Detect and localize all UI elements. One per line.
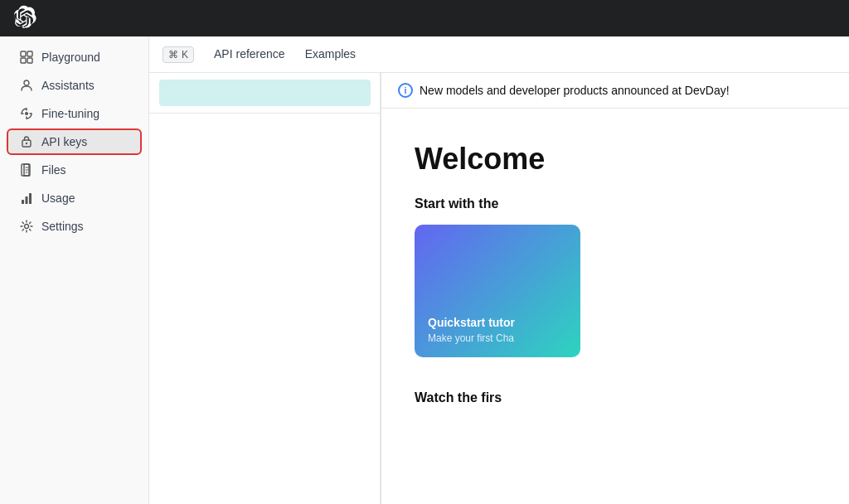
- sidebar-item-settings[interactable]: Settings: [7, 213, 142, 240]
- sidebar-item-label: Playground: [41, 51, 100, 64]
- openai-logo-icon: [13, 5, 36, 32]
- search-input-highlight[interactable]: [159, 80, 371, 106]
- files-icon: [20, 163, 33, 177]
- sidebar-item-label: Files: [41, 163, 66, 177]
- cmd-key: ⌘: [168, 49, 178, 61]
- search-bar-area: [149, 73, 381, 114]
- sidebar-item-label: Usage: [41, 191, 75, 205]
- svg-rect-10: [22, 200, 24, 204]
- announcement-banner: i New models and developer products anno…: [381, 73, 849, 109]
- svg-rect-12: [29, 193, 32, 204]
- k-key: K: [182, 49, 188, 61]
- svg-rect-1: [27, 51, 32, 56]
- sidebar-item-usage[interactable]: Usage: [7, 185, 142, 211]
- svg-point-5: [25, 112, 28, 115]
- svg-rect-11: [26, 196, 28, 204]
- svg-rect-0: [21, 51, 26, 56]
- watch-section: Watch the firs: [381, 374, 849, 405]
- keyboard-shortcut: ⌘ K: [163, 46, 194, 63]
- sidebar: Playground Assistants Fine-t: [0, 36, 149, 504]
- sidebar-item-api-keys[interactable]: API keys: [7, 128, 142, 155]
- start-subtitle: Start with the: [415, 196, 816, 211]
- svg-rect-3: [27, 58, 32, 63]
- welcome-title: Welcome: [415, 142, 816, 177]
- playground-icon: [20, 51, 33, 64]
- card-area: Quickstart tutor Make your first Cha: [415, 225, 816, 357]
- page-content: i New models and developer products anno…: [149, 73, 849, 504]
- svg-point-4: [24, 80, 29, 85]
- quickstart-card[interactable]: Quickstart tutor Make your first Cha: [415, 225, 580, 357]
- subnav-api-reference[interactable]: API reference: [214, 44, 285, 65]
- sub-nav: ⌘ K API reference Examples: [149, 36, 849, 73]
- card-desc: Make your first Cha: [428, 332, 567, 344]
- sidebar-item-label: Settings: [41, 220, 84, 233]
- main-layout: Playground Assistants Fine-t: [0, 36, 849, 504]
- content-area: ⌘ K API reference Examples i New models …: [149, 36, 849, 504]
- sidebar-item-label: API keys: [41, 135, 87, 148]
- watch-title: Watch the firs: [415, 390, 816, 405]
- sidebar-item-files[interactable]: Files: [7, 157, 142, 183]
- left-panel-divider: [380, 73, 381, 504]
- right-panel: i New models and developer products anno…: [381, 73, 849, 504]
- topbar: [0, 0, 849, 36]
- subnav-examples[interactable]: Examples: [305, 44, 356, 65]
- settings-icon: [20, 220, 33, 233]
- usage-icon: [20, 191, 33, 205]
- svg-rect-2: [21, 58, 26, 63]
- api-keys-icon: [20, 135, 33, 148]
- sidebar-item-playground[interactable]: Playground: [7, 44, 142, 70]
- banner-text: New models and developer products announ…: [420, 84, 730, 97]
- sidebar-item-fine-tuning[interactable]: Fine-tuning: [7, 100, 142, 127]
- svg-point-13: [25, 225, 29, 229]
- card-title: Quickstart tutor: [428, 316, 567, 329]
- assistants-icon: [20, 79, 33, 92]
- welcome-section: Welcome Start with the Quickstart tutor …: [381, 109, 849, 374]
- sidebar-item-label: Fine-tuning: [41, 107, 99, 120]
- fine-tuning-icon: [20, 107, 33, 120]
- sidebar-item-assistants[interactable]: Assistants: [7, 72, 142, 99]
- info-icon: i: [398, 83, 413, 98]
- svg-point-7: [26, 143, 27, 144]
- left-panel: [149, 73, 381, 504]
- sidebar-item-label: Assistants: [41, 79, 95, 92]
